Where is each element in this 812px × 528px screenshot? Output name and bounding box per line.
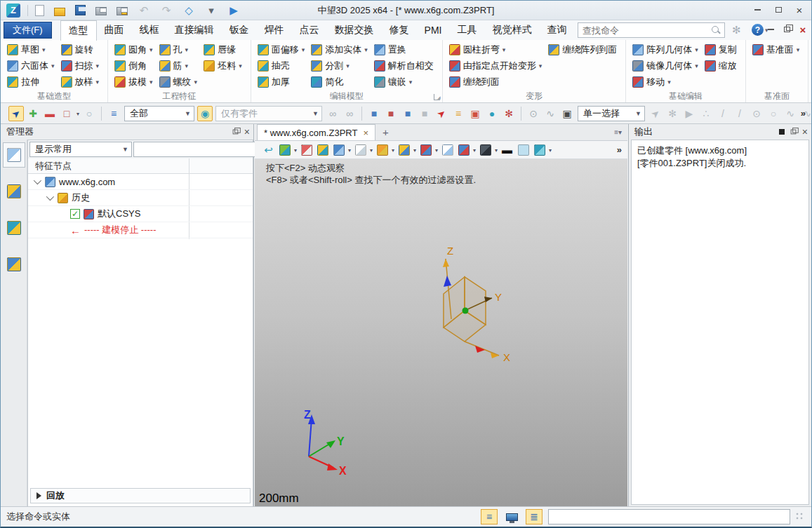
play-circle-icon[interactable]: ▶ [681,106,697,121]
ribbon-button[interactable]: 六面体▾ [5,57,59,74]
visual-manager-tab[interactable] [3,179,25,204]
tree-column-header[interactable]: 特征节点 [28,158,253,174]
ribbon-button[interactable]: 面偏移▾ [255,41,310,57]
resize-grip[interactable] [796,513,804,521]
ribbon-button[interactable]: 抽壳 [255,57,310,74]
save-icon[interactable] [75,5,86,15]
ribbon-button[interactable]: 拉伸 [5,74,59,90]
pick-cursor-icon[interactable]: ➤ [8,106,24,121]
ribbon-button[interactable]: 螺纹▾ [157,74,202,90]
redo-icon[interactable]: ↷ [160,4,173,17]
undo-icon[interactable]: ↶ [138,4,150,17]
start-icon[interactable]: ▶ [227,4,240,17]
curve-icon[interactable]: ∿ [543,106,558,121]
pick-highlight-icon[interactable]: ◉ [197,106,213,121]
ribbon-button[interactable]: 基准面▾ [750,41,804,57]
tree-item[interactable]: www.x6g.com [28,174,253,190]
ribbon-button[interactable]: 缩放 [703,57,741,74]
line-a-icon[interactable]: / [715,106,731,121]
manager-restore-button[interactable] [232,130,238,135]
ribbon-button[interactable]: 草图▾ [5,41,59,57]
new-file-icon[interactable] [35,5,44,16]
ribbon-button[interactable]: 倒角 [112,57,157,74]
ribbon-button[interactable]: 圆柱折弯▾ [447,41,547,57]
document-tab[interactable]: * www.x6g.com.Z3PRT × [257,124,375,140]
menu-tab-线框[interactable]: 线框 [132,20,167,40]
ribbon-button[interactable]: 解析自相交 [372,57,438,74]
ribbon-button[interactable]: 唇缘 [201,41,246,57]
ribbon-button[interactable]: 阵列几何体▾ [630,41,703,57]
toolbar-overflow-icon[interactable]: » [801,108,806,119]
minimize-button[interactable] [750,4,765,16]
menu-tab-查询[interactable]: 查询 [540,20,575,40]
ribbon-button[interactable]: 由指定点开始变形▾ [447,57,547,74]
manager-tree-tab[interactable] [3,142,25,168]
new-tab-button[interactable]: + [375,124,396,140]
menu-tab-焊件[interactable]: 焊件 [257,20,292,40]
pick-edge-icon[interactable]: ■ [400,106,415,121]
tab-close-icon[interactable]: × [363,128,368,138]
globe-icon[interactable]: ● [484,106,500,121]
ring-icon[interactable]: ▾ [397,142,411,158]
window-icon[interactable] [440,142,455,158]
command-search-input[interactable] [578,25,711,36]
menu-tab-工具[interactable]: 工具 [450,20,485,40]
monitor-display-icon[interactable]: ▾ [478,142,493,158]
pick-solid-icon[interactable]: ■ [366,106,382,121]
tree-item[interactable]: 历史 [28,190,253,206]
remove-selection-icon[interactable]: ▬ [42,106,58,121]
ribbon-button[interactable]: 圆角▾ [112,41,157,57]
tree-expander-icon[interactable] [34,177,41,184]
image-tab[interactable] [3,215,25,241]
section-die-icon[interactable]: ▾ [375,142,390,158]
prompt-toggle-icon[interactable]: ≣ [526,509,543,524]
output-pin-icon[interactable] [779,129,785,135]
print-batch-icon[interactable] [117,7,128,15]
line-b-icon[interactable]: / [732,106,747,121]
menu-tab-造型[interactable]: 造型 [60,20,97,41]
doc-restore-button[interactable] [781,24,792,35]
red-cursor-icon[interactable]: ➤ [434,106,449,121]
part-only-combo[interactable]: 仅有零件▼ [215,106,322,121]
ribbon-button[interactable]: 添加实体▾ [309,41,372,57]
ghost-cursor-icon[interactable]: ➤ [648,106,663,121]
ribbon-button[interactable]: 孔▾ [157,41,202,57]
ribbon-button[interactable]: 旋转 [59,41,104,57]
tree-expander-icon[interactable] [46,193,54,201]
pick-face-icon[interactable]: ■ [383,106,399,121]
wave-a-icon[interactable]: ∿ [783,106,798,121]
ribbon-button[interactable]: 镶嵌▾ [372,74,438,90]
frame-icon[interactable]: ▣ [559,106,575,121]
pick-sheet-icon[interactable]: ■ [417,106,432,121]
role-tab[interactable] [3,252,25,277]
ribbon-button[interactable]: 分割▾ [309,57,372,74]
exit-icon[interactable]: ↩ [261,142,276,158]
output-close-button[interactable]: × [802,126,808,137]
ribbon-button[interactable]: 扫掠▾ [59,57,104,74]
dialog-launcher-icon[interactable] [434,94,440,100]
layer-list-icon[interactable]: ≡ [451,106,466,121]
tab-list-icon[interactable]: ≡▾ [614,128,622,136]
point-cloud-icon[interactable]: ∴ [698,106,714,121]
entity-filter-combo[interactable]: 全部▼ [124,106,194,121]
pick-region-icon[interactable]: □▾ [59,106,74,121]
shaded-cube-icon[interactable]: ▾ [331,142,346,158]
print-icon[interactable] [95,7,107,15]
cursor-gear-icon[interactable]: ✻ [665,106,680,121]
ui-ruler-toggle-icon[interactable]: ≡ [481,509,498,524]
status-input[interactable] [548,509,790,524]
ribbon-button[interactable]: 坯料▾ [201,57,246,74]
app-logo-icon[interactable]: Z [6,4,20,18]
menu-tab-点云[interactable]: 点云 [292,20,327,40]
menu-tab-直接编辑[interactable]: 直接编辑 [167,20,222,40]
blue-square-icon[interactable] [516,142,531,158]
ribbon-button[interactable]: 复制 [703,41,741,57]
selection-mode-combo[interactable]: 单一选择▼ [578,106,645,121]
doc-close-button[interactable]: × [797,24,808,35]
circle-icon[interactable]: ○ [766,106,781,121]
shade-icon[interactable] [315,142,330,158]
output-restore-button[interactable] [790,130,796,135]
doc-minimize-button[interactable] [765,24,776,35]
menu-tab-曲面[interactable]: 曲面 [97,20,132,40]
compass-icon[interactable]: ⊙ [526,106,541,121]
